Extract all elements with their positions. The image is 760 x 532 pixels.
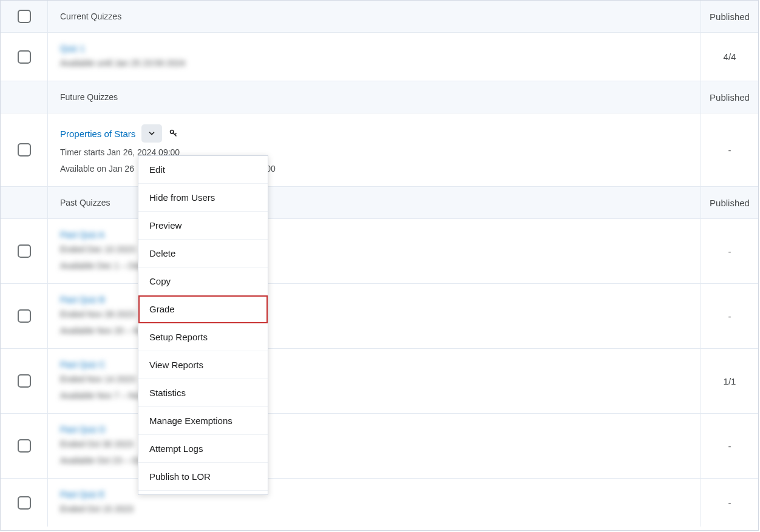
section-header-future: Future Quizzes Published [1, 81, 758, 113]
key-icon [168, 128, 179, 139]
row-check-cell [1, 284, 48, 348]
section-right-label: Published [701, 1, 758, 32]
section-title: Current Quizzes [60, 12, 688, 21]
section-title-cell: Current Quizzes [48, 1, 701, 32]
quiz-status: - [701, 219, 758, 283]
quiz-row-properties-of-stars: Properties of Stars Timer starts Jan 26,… [1, 113, 758, 187]
select-all-current-checkbox[interactable] [18, 10, 31, 23]
section-check-spacer [1, 81, 48, 113]
row-checkbox[interactable] [18, 439, 31, 453]
quiz-subtext-blurred: Available until Jan 25 23:59 2024 [60, 57, 688, 70]
quiz-row: Past Quiz BEnded Nov 28 2023Available No… [1, 284, 758, 349]
menu-item-hide-from-users[interactable]: Hide from Users [138, 184, 268, 212]
chevron-down-icon [148, 129, 156, 138]
row-checkbox[interactable] [18, 309, 31, 323]
quiz-title-blurred[interactable]: Quiz 1 [60, 44, 688, 53]
quiz-row: Quiz 1 Available until Jan 25 23:59 2024… [1, 33, 758, 81]
menu-item-attempt-logs[interactable]: Attempt Logs [138, 435, 268, 463]
section-header-current: Current Quizzes Published [1, 1, 758, 33]
row-check-cell [1, 479, 48, 527]
menu-item-preview[interactable]: Preview [138, 212, 268, 240]
menu-item-copy[interactable]: Copy [138, 268, 268, 295]
menu-item-edit[interactable]: Edit [138, 156, 268, 184]
section-right-label: Published [701, 81, 758, 113]
quiz-status: 1/1 [701, 349, 758, 413]
row-check-cell [1, 349, 48, 413]
quiz-row: Past Quiz AEnded Dec 10 2023Available De… [1, 219, 758, 284]
quiz-table: Current Quizzes Published Quiz 1 Availab… [0, 0, 759, 531]
row-check-cell [1, 33, 48, 81]
quiz-status: 4/4 [701, 33, 758, 81]
row-checkbox[interactable] [18, 496, 31, 510]
row-checkbox[interactable] [18, 374, 31, 388]
quiz-subtext-blurred: Ended Oct 15 2023 [60, 503, 688, 516]
quiz-status: - [701, 414, 758, 478]
menu-scroll-area[interactable]: EditHide from UsersPreviewDeleteCopyGrad… [138, 156, 268, 494]
quiz-status: - [701, 284, 758, 348]
menu-item-publish-to-lor[interactable]: Publish to LOR [138, 463, 268, 491]
row-checkbox[interactable] [18, 50, 31, 64]
quiz-row: Past Quiz CEnded Nov 14 2023Available No… [1, 349, 758, 414]
row-checkbox[interactable] [18, 143, 31, 157]
menu-item-view-reports[interactable]: View Reports [138, 351, 268, 379]
menu-item-setup-reports[interactable]: Setup Reports [138, 323, 268, 351]
section-title: Future Quizzes [60, 92, 688, 102]
quiz-status: - [701, 113, 758, 186]
row-check-cell [1, 113, 48, 186]
menu-item-statistics[interactable]: Statistics [138, 379, 268, 407]
row-check-cell [1, 219, 48, 283]
row-checkbox[interactable] [18, 244, 31, 258]
quiz-status: - [701, 479, 758, 527]
quiz-cell: Quiz 1 Available until Jan 25 23:59 2024 [48, 33, 701, 81]
section-check-spacer [1, 187, 48, 218]
quiz-title-link[interactable]: Properties of Stars [60, 129, 135, 139]
menu-item-delete[interactable]: Delete [138, 240, 268, 268]
availability-prefix: Available on Jan 26 [60, 164, 134, 173]
quiz-actions-menu: EditHide from UsersPreviewDeleteCopyGrad… [138, 155, 268, 495]
quiz-row: Past Quiz EEnded Oct 15 2023- [1, 479, 758, 527]
menu-item-grade[interactable]: Grade [138, 295, 268, 323]
row-check-cell [1, 414, 48, 478]
menu-item-manage-exemptions[interactable]: Manage Exemptions [138, 407, 268, 435]
quiz-title-row: Properties of Stars [60, 124, 688, 143]
quiz-row: Past Quiz DEnded Oct 30 2023Available Oc… [1, 414, 758, 479]
section-header-past: Past Quizzes Published [1, 187, 758, 219]
section-title-cell: Future Quizzes [48, 81, 701, 113]
select-all-current-cell [1, 1, 48, 32]
section-right-label: Published [701, 187, 758, 218]
quiz-actions-dropdown-button[interactable] [141, 124, 162, 143]
